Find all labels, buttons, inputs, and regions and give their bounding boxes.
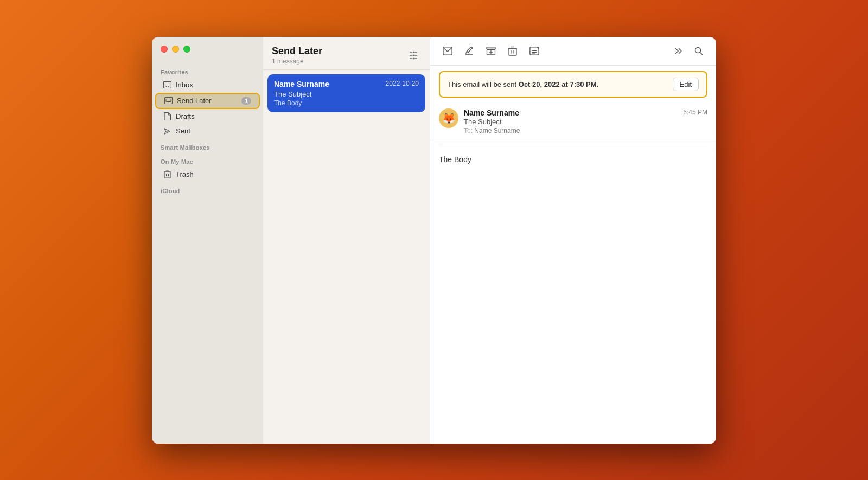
trash-icon xyxy=(163,170,171,179)
svg-line-30 xyxy=(700,52,703,55)
toolbar xyxy=(430,37,716,66)
inbox-icon xyxy=(163,81,171,89)
archive-button[interactable] xyxy=(482,42,500,60)
avatar: 🦊 xyxy=(439,108,458,128)
message-subject: The Subject xyxy=(274,90,419,98)
close-button[interactable] xyxy=(161,46,168,53)
svg-rect-4 xyxy=(164,172,170,178)
minimize-button[interactable] xyxy=(172,46,179,53)
app-window: Favorites Inbox Send Later xyxy=(152,37,716,444)
send-later-banner: This email will be sent Oct 20, 2022 at … xyxy=(439,71,707,98)
delete-button[interactable] xyxy=(504,42,521,60)
svg-rect-20 xyxy=(487,47,495,49)
panel-subtitle: 1 message xyxy=(272,57,322,65)
send-later-label: Send Later xyxy=(177,97,237,105)
drafts-icon xyxy=(163,112,171,121)
filter-icon[interactable] xyxy=(406,48,421,63)
maximize-button[interactable] xyxy=(183,46,190,53)
edit-button[interactable]: Edit xyxy=(673,78,699,91)
message-date: 2022-10-20 xyxy=(386,80,419,87)
favorites-label: Favorites xyxy=(152,63,263,78)
traffic-lights xyxy=(152,37,263,59)
panel-title: Send Later xyxy=(272,46,322,57)
junk-button[interactable] xyxy=(526,42,543,60)
svg-rect-18 xyxy=(443,47,452,54)
sidebar-item-send-later[interactable]: Send Later 1 xyxy=(155,93,260,109)
on-my-mac-label: On My Mac xyxy=(152,153,263,167)
email-time: 6:45 PM xyxy=(683,108,707,116)
email-subject-line: The Subject xyxy=(464,118,678,126)
drafts-label: Drafts xyxy=(176,112,252,120)
message-list-panel: Send Later 1 message xyxy=(263,37,430,444)
sent-icon xyxy=(163,127,171,136)
sidebar-item-trash[interactable]: Trash xyxy=(155,168,260,182)
trash-label: Trash xyxy=(176,170,252,178)
new-mail-button[interactable] xyxy=(439,42,456,60)
sidebar-item-drafts[interactable]: Drafts xyxy=(155,110,260,124)
email-detail-panel: This email will be sent Oct 20, 2022 at … xyxy=(430,37,716,444)
svg-point-9 xyxy=(413,51,414,53)
banner-text: This email will be sent Oct 20, 2022 at … xyxy=(448,80,598,88)
search-button[interactable] xyxy=(690,42,707,60)
sidebar-item-sent[interactable]: Sent xyxy=(155,124,260,138)
compose-button[interactable] xyxy=(461,42,478,60)
email-sender-name: Name Surname xyxy=(464,108,678,117)
panel-header: Send Later 1 message xyxy=(263,37,430,70)
email-to: Name Surname xyxy=(474,127,520,135)
more-button[interactable] xyxy=(668,42,686,60)
email-body: The Body xyxy=(430,146,716,444)
email-to-line: To: Name Surname xyxy=(464,127,678,135)
sent-label: Sent xyxy=(176,127,252,135)
message-sender: Name Surname xyxy=(274,80,329,88)
sidebar-item-inbox[interactable]: Inbox xyxy=(155,78,260,92)
icloud-label: iCloud xyxy=(152,182,263,196)
email-meta: 🦊 Name Surname The Subject To: Name Surn… xyxy=(430,103,716,140)
send-later-badge: 1 xyxy=(241,97,251,105)
svg-point-11 xyxy=(413,57,414,59)
smart-mailboxes-label: Smart Mailboxes xyxy=(152,139,263,153)
svg-rect-2 xyxy=(166,99,171,102)
email-body-text: The Body xyxy=(439,155,471,164)
svg-rect-22 xyxy=(509,48,516,55)
message-body-preview: The Body xyxy=(274,99,419,107)
svg-point-10 xyxy=(413,54,414,56)
send-later-icon xyxy=(164,97,173,105)
message-item[interactable]: Name Surname 2022-10-20 The Subject The … xyxy=(267,74,425,112)
email-sender-info: Name Surname The Subject To: Name Surnam… xyxy=(464,108,678,135)
message-list: Name Surname 2022-10-20 The Subject The … xyxy=(263,70,430,444)
sidebar-content: Favorites Inbox Send Later xyxy=(152,59,263,444)
to-label: To: xyxy=(464,127,474,135)
sidebar: Favorites Inbox Send Later xyxy=(152,37,263,444)
inbox-label: Inbox xyxy=(176,81,252,89)
